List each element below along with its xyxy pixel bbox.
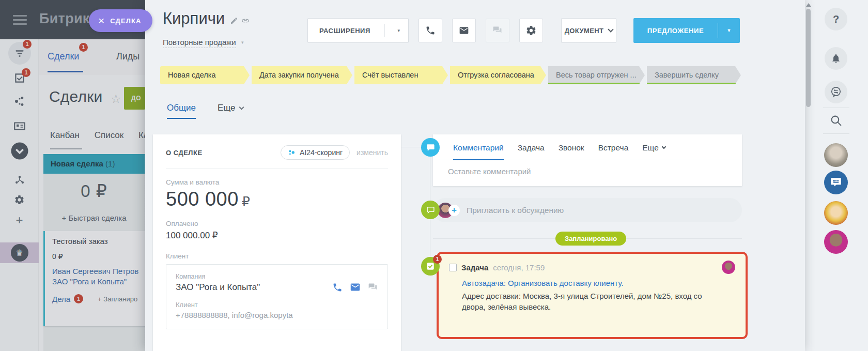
- button-divider: [384, 24, 385, 37]
- stage-chip[interactable]: Отгрузка согласована: [450, 66, 546, 84]
- phone-icon[interactable]: [332, 282, 343, 293]
- chat-button[interactable]: [486, 19, 509, 42]
- task-stream-badge: 1: [433, 255, 442, 264]
- paid-value[interactable]: 100 000.00 ₽: [166, 230, 388, 241]
- edit-icon[interactable]: [230, 17, 238, 25]
- group-chat-avatar[interactable]: [824, 171, 848, 194]
- divider: [823, 133, 849, 134]
- tab-more[interactable]: Еще: [218, 103, 243, 113]
- phone-icon: [425, 25, 436, 36]
- deal-chip-label: СДЕЛКА: [110, 17, 141, 25]
- tab-more[interactable]: Еще: [642, 143, 665, 152]
- caret-down-icon: ▾: [241, 40, 244, 45]
- panel-scrollbar[interactable]: [805, 0, 812, 351]
- right-rail: ?: [812, 0, 868, 351]
- close-icon[interactable]: ×: [98, 15, 104, 26]
- task-description: Адрес доставки: Москва, 3-я улица Строит…: [462, 291, 713, 312]
- task-link[interactable]: Автозадача: Организовать доставку клиент…: [462, 279, 735, 287]
- invite-row[interactable]: + Пригласить к обсуждению: [433, 198, 742, 222]
- chat-icon[interactable]: [368, 282, 378, 293]
- mail-icon[interactable]: [350, 282, 361, 293]
- stage-chip[interactable]: Счёт выставлен: [354, 66, 448, 84]
- tab-task[interactable]: Задача: [518, 143, 545, 152]
- currency-sign: ₽: [242, 194, 250, 208]
- company-actions: [332, 282, 378, 293]
- proposal-label: ПРЕДЛОЖЕНИЕ: [633, 27, 718, 35]
- stage-pipeline: Новая сделка Дата закупки получена Счёт …: [160, 66, 741, 84]
- edit-link[interactable]: изменить: [357, 148, 388, 157]
- add-person-icon[interactable]: +: [448, 205, 460, 216]
- deal-amount[interactable]: 500 000₽: [166, 188, 388, 210]
- client-box: Компания ЗАО "Рога и Копыта" Клиент +788…: [166, 264, 388, 329]
- avatar: [722, 261, 735, 274]
- call-button[interactable]: [419, 19, 442, 42]
- avatar[interactable]: [824, 230, 848, 254]
- bell-icon: [831, 53, 841, 64]
- contact-value[interactable]: +78888888888, info@roga.kopyta: [176, 311, 378, 319]
- deal-tabs: Общие Еще: [167, 103, 243, 119]
- search-button[interactable]: [830, 114, 843, 127]
- pipeline-selector[interactable]: Повторные продажи ▾: [163, 38, 243, 47]
- amount-label: Сумма и валюта: [166, 178, 388, 186]
- caret-down-icon: ▾: [397, 28, 400, 33]
- stage-chip[interactable]: Завершить сделку: [647, 66, 741, 84]
- client-label: Клиент: [166, 252, 388, 260]
- ai-scoring-label: AI24-скоринг: [300, 148, 343, 157]
- scrollbar-thumb[interactable]: [806, 9, 811, 107]
- screen: Битрик 1 1: [0, 0, 868, 351]
- gear-icon: [525, 25, 537, 36]
- stage-chip[interactable]: Новая сделка: [160, 66, 250, 84]
- avatar[interactable]: [824, 143, 848, 167]
- scoring-icon: [288, 149, 296, 157]
- about-heading: О СДЕЛКЕ: [166, 149, 203, 157]
- stage-chip[interactable]: Дата закупки получена: [252, 66, 352, 84]
- company-name[interactable]: ЗАО "Рога и Копыта": [176, 282, 260, 293]
- task-time: сегодня, 17:59: [493, 263, 545, 272]
- deal-title[interactable]: Кирпичи: [163, 9, 225, 28]
- scheduled-badge: Запланировано: [555, 232, 626, 246]
- chevron-down-icon: [662, 145, 666, 149]
- caret-down-icon[interactable]: ▼: [718, 28, 740, 33]
- task-checkbox[interactable]: [449, 264, 457, 271]
- avatar[interactable]: [824, 201, 848, 225]
- chat-icon: [492, 25, 503, 36]
- extensions-button[interactable]: РАСШИРЕНИЯ ▾: [307, 18, 409, 43]
- tab-more-label: Еще: [218, 103, 236, 113]
- deal-slider-panel: Кирпичи Повторные продажи ▾ РАСШИРЕНИЯ ▾: [145, 0, 805, 351]
- timeline-composer: Комментарий Задача Звонок Встреча Еще Ос…: [433, 134, 742, 186]
- about-deal-card: О СДЕЛКЕ AI24-скоринг изменить Сумма и в…: [153, 134, 401, 351]
- tab-comment[interactable]: Комментарий: [453, 143, 504, 152]
- settings-button[interactable]: [519, 19, 543, 42]
- scroll-up-arrow-icon[interactable]: [806, 3, 811, 7]
- tab-call[interactable]: Звонок: [559, 143, 584, 152]
- pipeline-label: Повторные продажи: [163, 38, 236, 48]
- contact-label: Клиент: [176, 301, 378, 309]
- background-app: Битрик 1 1: [0, 0, 145, 351]
- deal-title-row: Кирпичи: [163, 9, 250, 28]
- task-card-highlighted[interactable]: Задача сегодня, 17:59 Автозадача: Органи…: [437, 252, 748, 339]
- timeline-connector: [401, 147, 422, 147]
- stage-chip[interactable]: Весь товар отгружен ...: [548, 66, 645, 84]
- tab-general[interactable]: Общие: [167, 103, 196, 119]
- help-button[interactable]: ?: [825, 8, 847, 30]
- extensions-label: РАСШИРЕНИЯ: [319, 27, 370, 35]
- email-button[interactable]: [452, 19, 476, 42]
- paid-label: Оплачено: [166, 220, 388, 227]
- task-type: Задача: [461, 263, 488, 272]
- discussion-stream-icon: [421, 201, 440, 219]
- document-button[interactable]: ДОКУМЕНТ: [561, 18, 616, 43]
- divider: [166, 169, 388, 169]
- title-icons: [230, 17, 250, 25]
- ai-scoring-button[interactable]: AI24-скоринг: [281, 145, 350, 160]
- dim-overlay: [0, 0, 145, 351]
- tab-meeting[interactable]: Встреча: [598, 143, 629, 152]
- proposal-button[interactable]: ПРЕДЛОЖЕНИЕ ▼: [633, 18, 740, 43]
- comment-stream-icon: [421, 138, 440, 157]
- link-icon[interactable]: [241, 17, 250, 25]
- messenger-button[interactable]: [825, 81, 847, 103]
- comment-input[interactable]: Оставьте комментарий: [433, 160, 742, 176]
- slider-deal-chip[interactable]: × СДЕЛКА: [89, 9, 152, 32]
- speech-bubble-icon: [426, 206, 435, 215]
- deal-amount-value: 500 000: [166, 188, 239, 210]
- notifications-button[interactable]: [825, 47, 847, 70]
